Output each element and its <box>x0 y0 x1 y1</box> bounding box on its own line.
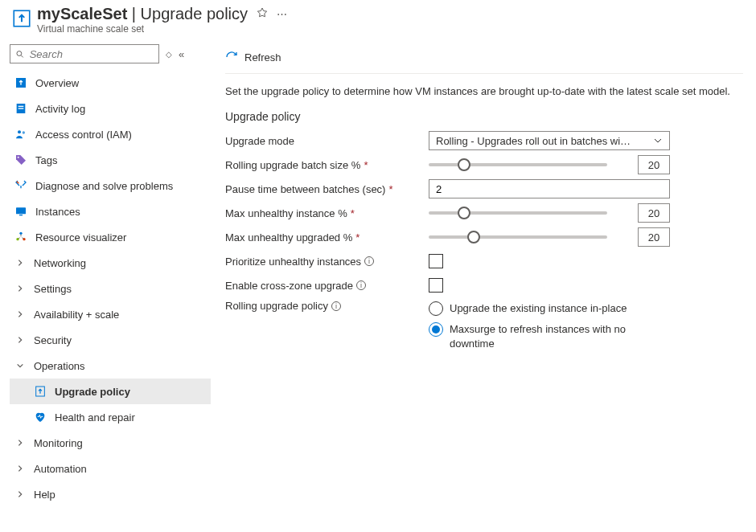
sidebar-item-diagnose[interactable]: Diagnose and solve problems <box>10 173 211 198</box>
chevron-right-icon <box>14 439 26 447</box>
cross-zone-checkbox[interactable] <box>429 278 443 293</box>
resource-icon <box>11 8 32 29</box>
pin-icon[interactable]: ◇ <box>166 50 172 59</box>
visualizer-icon <box>14 231 27 243</box>
sidebar: ◇ « Overview Activity log Access control… <box>0 39 211 507</box>
sidebar-item-resource-visualizer[interactable]: Resource visualizer <box>10 224 211 250</box>
sidebar-item-operations[interactable]: Operations <box>10 353 211 379</box>
chevron-right-icon <box>14 284 26 293</box>
max-unhealthy-value[interactable]: 20 <box>638 203 670 223</box>
svg-rect-6 <box>18 108 24 108</box>
sidebar-item-label: Resource visualizer <box>35 231 126 243</box>
refresh-icon <box>225 51 238 63</box>
label-cross-zone: Enable cross-zone upgrade i <box>225 280 429 292</box>
sidebar-item-upgrade-policy[interactable]: Upgrade policy <box>10 379 211 404</box>
dropdown-value: Rolling - Upgrades roll out in batches w… <box>436 135 631 147</box>
svg-point-8 <box>23 131 25 133</box>
sidebar-item-tags[interactable]: Tags <box>10 147 211 173</box>
slider-thumb[interactable] <box>458 207 470 219</box>
svg-rect-11 <box>19 215 23 215</box>
sidebar-item-label: Networking <box>34 257 86 269</box>
sidebar-item-label: Settings <box>34 283 72 295</box>
batch-size-slider[interactable] <box>429 155 607 174</box>
chevron-down-icon <box>14 362 26 370</box>
sidebar-item-help[interactable]: Help <box>10 481 211 507</box>
tags-icon <box>14 153 27 166</box>
chevron-down-icon <box>653 136 663 145</box>
search-input[interactable] <box>30 48 154 60</box>
chevron-right-icon <box>14 490 26 498</box>
sidebar-item-label: Access control (IAM) <box>35 129 132 141</box>
radio-label: Upgrade the existing instance in-place <box>450 301 627 316</box>
info-icon[interactable]: i <box>364 256 374 266</box>
refresh-label: Refresh <box>244 51 281 63</box>
slider-thumb[interactable] <box>467 231 480 243</box>
batch-size-value[interactable]: 20 <box>638 155 670 174</box>
prioritize-checkbox[interactable] <box>429 254 443 268</box>
label-upgrade-mode: Upgrade mode <box>225 135 429 147</box>
refresh-button[interactable]: Refresh <box>225 51 281 63</box>
section-title: Upgrade policy <box>225 110 743 123</box>
svg-rect-5 <box>18 106 24 107</box>
favorite-icon[interactable] <box>256 6 269 22</box>
svg-line-2 <box>21 55 23 56</box>
max-unhealthy-slider[interactable] <box>429 203 607 223</box>
access-control-icon <box>14 128 27 141</box>
sidebar-item-networking[interactable]: Networking <box>10 250 211 276</box>
sidebar-item-label: Monitoring <box>34 437 83 449</box>
search-icon <box>15 49 25 59</box>
sidebar-item-availability[interactable]: Availability + scale <box>10 301 211 327</box>
svg-rect-10 <box>16 207 26 214</box>
svg-point-1 <box>17 51 22 55</box>
sidebar-item-label: Availability + scale <box>34 309 119 321</box>
collapse-sidebar-icon[interactable]: « <box>179 48 184 60</box>
svg-point-12 <box>19 232 22 235</box>
slider-thumb[interactable] <box>458 158 470 171</box>
max-unhealthy-upgraded-slider[interactable] <box>429 227 607 247</box>
label-max-unhealthy-upgraded: Max unhealthy upgraded % * <box>225 231 429 243</box>
svg-point-7 <box>18 130 21 133</box>
resource-type-label: Virtual machine scale set <box>37 23 746 35</box>
sidebar-item-label: Security <box>34 334 72 346</box>
overview-icon <box>14 76 27 89</box>
chevron-right-icon <box>14 336 26 344</box>
max-unhealthy-upgraded-value[interactable]: 20 <box>638 227 670 247</box>
sidebar-item-access-control[interactable]: Access control (IAM) <box>10 121 211 147</box>
sidebar-item-health-repair[interactable]: Health and repair <box>10 404 211 430</box>
sidebar-item-label: Diagnose and solve problems <box>35 180 173 192</box>
diagnose-icon <box>14 179 27 192</box>
more-icon[interactable]: ⋯ <box>277 8 287 20</box>
info-icon[interactable]: i <box>356 280 366 290</box>
sidebar-item-label: Help <box>34 489 55 501</box>
sidebar-item-settings[interactable]: Settings <box>10 276 211 301</box>
chevron-right-icon <box>14 310 26 318</box>
chevron-right-icon <box>14 464 26 473</box>
pause-time-input[interactable] <box>429 179 670 198</box>
sidebar-item-instances[interactable]: Instances <box>10 198 211 224</box>
info-icon[interactable]: i <box>331 301 341 311</box>
sidebar-item-label: Activity log <box>35 103 85 115</box>
radio-maxsurge[interactable]: Maxsurge to refresh instances with no do… <box>429 322 659 350</box>
sidebar-item-security[interactable]: Security <box>10 327 211 353</box>
sidebar-item-monitoring[interactable]: Monitoring <box>10 430 211 456</box>
sidebar-item-label: Operations <box>34 360 85 372</box>
radio-icon <box>429 322 443 337</box>
radio-upgrade-inplace[interactable]: Upgrade the existing instance in-place <box>429 301 659 316</box>
label-max-unhealthy: Max unhealthy instance % * <box>225 207 429 219</box>
sidebar-item-label: Instances <box>35 206 80 218</box>
upgrade-mode-dropdown[interactable]: Rolling - Upgrades roll out in batches w… <box>429 131 670 150</box>
label-prioritize: Prioritize unhealthy instances i <box>225 256 429 268</box>
upgrade-policy-icon <box>34 385 47 398</box>
radio-icon <box>429 301 443 316</box>
label-batch-size: Rolling upgrade batch size % * <box>225 159 429 171</box>
sidebar-item-label: Health and repair <box>55 411 135 424</box>
sidebar-item-activity-log[interactable]: Activity log <box>10 96 211 121</box>
activity-log-icon <box>14 102 27 115</box>
sidebar-item-overview[interactable]: Overview <box>10 70 211 96</box>
health-icon <box>34 411 47 424</box>
sidebar-search[interactable] <box>10 44 159 63</box>
sidebar-item-automation[interactable]: Automation <box>10 456 211 481</box>
sidebar-item-label: Tags <box>35 154 57 166</box>
instances-icon <box>14 205 27 218</box>
intro-text: Set the upgrade policy to determine how … <box>225 85 743 97</box>
